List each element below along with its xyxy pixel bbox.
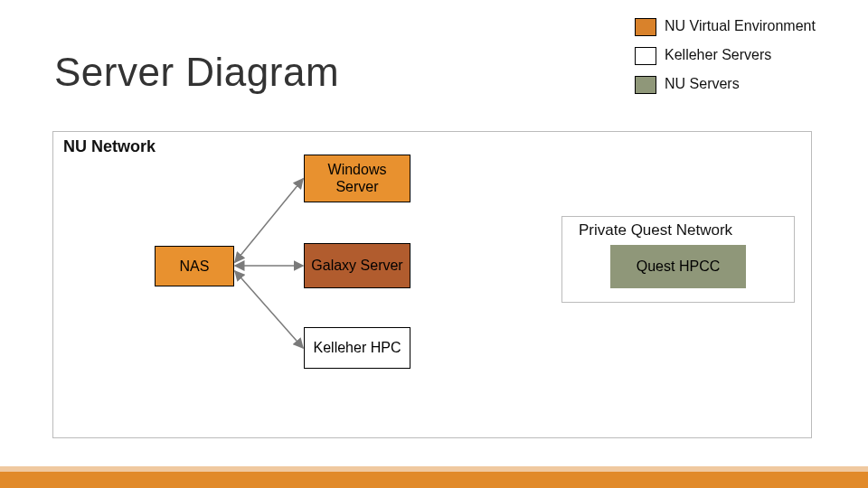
group-nu-network-label: NU Network [63,137,156,156]
legend-swatch-kelleher [635,47,656,65]
node-nas: NAS [155,246,234,286]
legend-label-nu-servers: NU Servers [665,76,740,92]
legend-swatch-nu-servers [635,76,656,94]
diagram-stage: Server Diagram NU Virtual Environment Ke… [0,0,868,488]
group-private-quest-label: Private Quest Network [579,221,732,239]
node-quest-hpcc: Quest HPCC [610,245,746,288]
accent-bar [0,472,868,488]
node-kelleher-hpc: Kelleher HPC [304,327,410,369]
page-title: Server Diagram [54,50,339,95]
node-galaxy-server: Galaxy Server [304,243,410,288]
legend-label-nu-virtual: NU Virtual Environment [665,18,816,34]
legend-label-kelleher: Kelleher Servers [665,47,771,63]
legend-swatch-nu-virtual [635,18,656,36]
node-windows-server: Windows Server [304,155,410,202]
